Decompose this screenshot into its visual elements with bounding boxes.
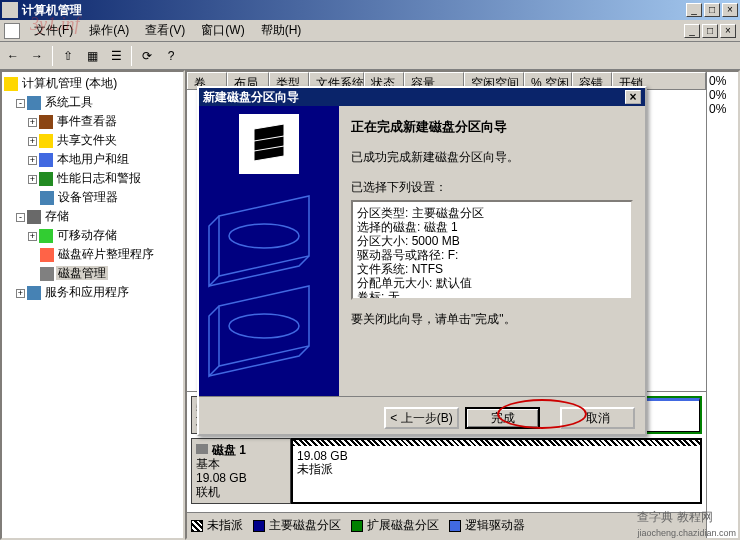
tree-eventviewer[interactable]: +事件查看器	[4, 112, 181, 131]
tree-shared[interactable]: +共享文件夹	[4, 131, 181, 150]
disk1-info[interactable]: 磁盘 1 基本 19.08 GB 联机	[191, 438, 291, 504]
cancel-button[interactable]: 取消	[560, 407, 635, 429]
menu-view[interactable]: 查看(V)	[137, 20, 193, 41]
menu-window[interactable]: 窗口(W)	[193, 20, 252, 41]
menu-help[interactable]: 帮助(H)	[253, 20, 310, 41]
mdi-close-button[interactable]: ×	[720, 24, 736, 38]
tree-storage[interactable]: -存储	[4, 207, 181, 226]
wizard-content: 正在完成新建磁盘分区向导 已成功完成新建磁盘分区向导。 已选择下列设置： 分区类…	[339, 106, 645, 396]
disk1-row: 磁盘 1 基本 19.08 GB 联机 19.08 GB 未指派	[191, 438, 702, 504]
wizard-titlebar[interactable]: 新建磁盘分区向导 ×	[199, 88, 645, 106]
collapse-icon[interactable]: -	[16, 99, 25, 108]
tree-root[interactable]: 计算机管理 (本地)	[4, 74, 181, 93]
disk-wireframe-icon	[199, 186, 339, 386]
setting-row: 分区类型: 主要磁盘分区	[357, 206, 627, 220]
expand-icon[interactable]: +	[28, 118, 37, 127]
up-button[interactable]: ⇧	[57, 45, 79, 67]
wizard-settings-box[interactable]: 分区类型: 主要磁盘分区 选择的磁盘: 磁盘 1 分区大小: 5000 MB 驱…	[351, 200, 633, 300]
titlebar: 计算机管理 _ □ ×	[0, 0, 740, 20]
mmc-icon	[4, 23, 20, 39]
menu-file[interactable]: 文件(F)	[26, 20, 81, 41]
tree-defrag[interactable]: 磁盘碎片整理程序	[4, 245, 181, 264]
expand-icon[interactable]: +	[28, 175, 37, 184]
wizard-message: 已成功完成新建磁盘分区向导。	[351, 148, 633, 166]
disk-stack-icon	[239, 114, 299, 174]
window-title: 计算机管理	[22, 2, 686, 19]
show-hide-button[interactable]: ▦	[81, 45, 103, 67]
back-button[interactable]: < 上一步(B)	[384, 407, 459, 429]
legend-primary: 主要磁盘分区	[253, 517, 341, 534]
tree-localusers[interactable]: +本地用户和组	[4, 150, 181, 169]
disk1-unallocated[interactable]: 19.08 GB 未指派	[292, 439, 701, 503]
forward-button[interactable]: →	[26, 45, 48, 67]
legend-extended: 扩展磁盘分区	[351, 517, 439, 534]
expand-icon[interactable]: +	[28, 156, 37, 165]
wizard-buttons: < 上一步(B) 完成 取消	[199, 396, 645, 439]
tree-diskmgmt[interactable]: 磁盘管理	[4, 264, 181, 283]
expand-icon[interactable]: +	[28, 232, 37, 241]
help-button[interactable]: ?	[160, 45, 182, 67]
disk-icon	[196, 444, 208, 454]
svg-point-1	[229, 224, 299, 248]
legend: 未指派 主要磁盘分区 扩展磁盘分区 逻辑驱动器	[187, 512, 706, 538]
watermark: 查字典 教程网 jiaocheng.chazidian.com	[637, 509, 736, 538]
wizard-sublabel: 已选择下列设置：	[351, 178, 633, 196]
restore-button[interactable]: □	[704, 3, 720, 17]
setting-row: 选择的磁盘: 磁盘 1	[357, 220, 627, 234]
minimize-button[interactable]: _	[686, 3, 702, 17]
expand-icon[interactable]: +	[28, 137, 37, 146]
expand-icon[interactable]: +	[16, 289, 25, 298]
setting-row: 卷标: 无	[357, 290, 627, 300]
app-icon	[2, 2, 18, 18]
setting-row: 驱动器号或路径: F:	[357, 248, 627, 262]
setting-row: 分配单元大小: 默认值	[357, 276, 627, 290]
collapse-icon[interactable]: -	[16, 213, 25, 222]
overhead-column: 0% 0% 0%	[706, 72, 738, 538]
refresh-button[interactable]: ⟳	[136, 45, 158, 67]
wizard-dialog: 新建磁盘分区向导 ×	[197, 86, 647, 436]
menu-action[interactable]: 操作(A)	[81, 20, 137, 41]
legend-logical: 逻辑驱动器	[449, 517, 525, 534]
menubar: 文件(F) 操作(A) 查看(V) 窗口(W) 帮助(H) _ □ ×	[0, 20, 740, 42]
tree-systools[interactable]: -系统工具	[4, 93, 181, 112]
tree-removable[interactable]: +可移动存储	[4, 226, 181, 245]
wizard-heading: 正在完成新建磁盘分区向导	[351, 118, 633, 136]
svg-point-2	[229, 314, 299, 338]
setting-row: 文件系统: NTFS	[357, 262, 627, 276]
tree-services[interactable]: +服务和应用程序	[4, 283, 181, 302]
back-button[interactable]: ←	[2, 45, 24, 67]
tree-devmgr[interactable]: 设备管理器	[4, 188, 181, 207]
properties-button[interactable]: ☰	[105, 45, 127, 67]
finish-button[interactable]: 完成	[465, 407, 540, 429]
wizard-close-button[interactable]: ×	[625, 90, 641, 104]
close-button[interactable]: ×	[722, 3, 738, 17]
toolbar: ← → ⇧ ▦ ☰ ⟳ ?	[0, 42, 740, 70]
tree-pane[interactable]: 计算机管理 (本地) -系统工具 +事件查看器 +共享文件夹 +本地用户和组 +…	[0, 70, 185, 540]
tree-perf[interactable]: +性能日志和警报	[4, 169, 181, 188]
legend-unallocated: 未指派	[191, 517, 243, 534]
setting-row: 分区大小: 5000 MB	[357, 234, 627, 248]
mdi-restore-button[interactable]: □	[702, 24, 718, 38]
wizard-close-msg: 要关闭此向导，请单击"完成"。	[351, 310, 633, 328]
mdi-minimize-button[interactable]: _	[684, 24, 700, 38]
wizard-sidebar	[199, 106, 339, 396]
